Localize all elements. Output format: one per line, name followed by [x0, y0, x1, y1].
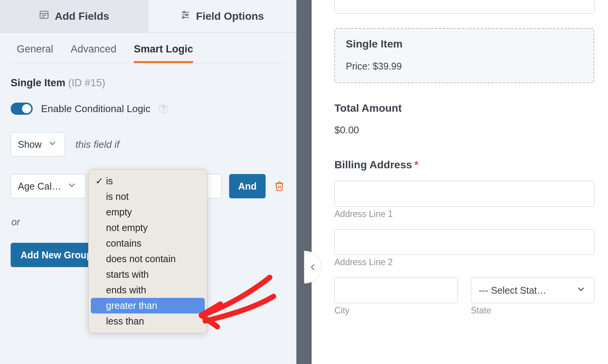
preview-input-blank[interactable]: [334, 0, 594, 14]
operator-option-greater-than[interactable]: greater than: [91, 298, 205, 313]
chevron-down-icon: [47, 138, 58, 151]
field-header: Single Item (ID #15): [11, 77, 285, 89]
state-label: State: [471, 305, 594, 316]
tab-add-fields[interactable]: Add Fields: [0, 0, 148, 32]
total-label: Total Amount: [334, 102, 594, 114]
required-asterisk: *: [414, 159, 418, 171]
operator-option-less-than[interactable]: less than: [91, 313, 205, 329]
field-id: (ID #15): [68, 77, 106, 89]
subtab-general[interactable]: General: [17, 43, 53, 63]
operator-option-is[interactable]: is: [91, 173, 205, 189]
billing-label-text: Billing Address: [334, 159, 412, 171]
tab-field-options[interactable]: Field Options: [148, 0, 296, 32]
top-tabs: Add Fields Field Options: [0, 0, 296, 33]
operator-option-empty[interactable]: empty: [91, 204, 205, 220]
and-button[interactable]: And: [229, 174, 266, 198]
address-line1-label: Address Line 1: [334, 209, 594, 219]
subtab-smart-logic[interactable]: Smart Logic: [134, 43, 193, 63]
address-line2-label: Address Line 2: [334, 257, 594, 267]
tab-add-fields-label: Add Fields: [55, 10, 109, 22]
field-name: Single Item: [11, 77, 65, 89]
billing-label: Billing Address*: [334, 159, 594, 171]
city-label: City: [334, 305, 458, 316]
enable-conditional-label: Enable Conditional Logic: [41, 103, 150, 115]
tab-field-options-label: Field Options: [196, 10, 264, 22]
delete-rule-button[interactable]: [273, 180, 285, 192]
rule-field-select[interactable]: Age Cal…: [11, 174, 86, 198]
sub-tabs: General Advanced Smart Logic: [0, 33, 296, 63]
operator-option-not-empty[interactable]: not empty: [91, 220, 205, 236]
address-line2-input[interactable]: [334, 229, 594, 255]
operator-option-does-not-contain[interactable]: does not contain: [91, 251, 205, 267]
condition-suffix: this field if: [76, 139, 120, 150]
svg-point-7: [186, 14, 188, 16]
add-new-group-button[interactable]: Add New Group: [11, 243, 90, 267]
single-item-card[interactable]: Single Item Price: $39.99: [334, 28, 594, 83]
operator-option-starts-with[interactable]: starts with: [91, 267, 205, 282]
svg-point-5: [183, 11, 185, 13]
state-select[interactable]: --- Select Stat…: [471, 277, 594, 303]
sliders-icon: [180, 9, 191, 23]
help-icon[interactable]: ?: [159, 104, 168, 113]
total-value: $0.00: [334, 124, 594, 136]
single-item-price: Price: $39.99: [346, 61, 583, 72]
action-select[interactable]: Show: [11, 132, 65, 157]
city-input[interactable]: [334, 277, 458, 303]
enable-conditional-row: Enable Conditional Logic ?: [11, 103, 285, 115]
form-preview: Single Item Price: $39.99 Total Amount $…: [312, 0, 608, 364]
chevron-down-icon: [66, 180, 77, 193]
operator-option-contains[interactable]: contains: [91, 236, 205, 251]
builder-sidebar: Add Fields Field Options General Advance…: [0, 0, 296, 364]
billing-address-group: Billing Address* Address Line 1 Address …: [334, 159, 594, 316]
chevron-down-icon: [576, 284, 586, 297]
operator-option-ends-with[interactable]: ends with: [91, 282, 205, 298]
operator-option-is-not[interactable]: is not: [91, 189, 205, 204]
rule-field-value: Age Cal…: [18, 181, 61, 192]
form-icon: [39, 9, 49, 23]
svg-point-9: [182, 17, 184, 19]
action-select-value: Show: [18, 139, 42, 150]
panel-divider[interactable]: [296, 0, 312, 364]
operator-dropdown[interactable]: isis notemptynot emptycontainsdoes not c…: [88, 169, 207, 333]
subtab-advanced[interactable]: Advanced: [71, 43, 116, 63]
state-select-placeholder: --- Select Stat…: [479, 285, 546, 296]
single-item-title: Single Item: [346, 38, 583, 50]
condition-action-row: Show this field if: [11, 132, 285, 157]
conditional-logic-toggle[interactable]: [11, 103, 33, 115]
address-line1-input[interactable]: [334, 181, 594, 207]
